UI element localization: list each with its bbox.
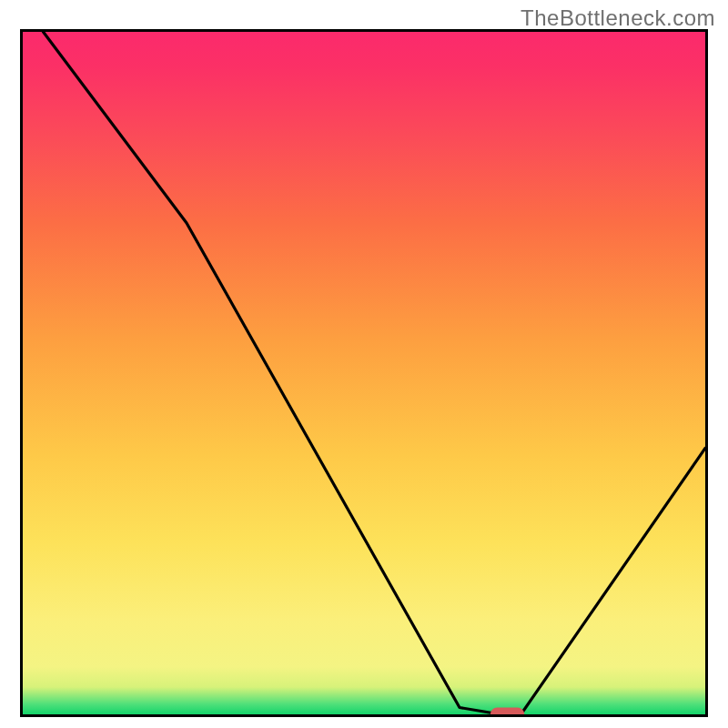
operating-point-marker xyxy=(490,708,525,715)
bottleneck-curve xyxy=(44,32,706,714)
watermark-text: TheBottleneck.com xyxy=(521,5,715,31)
plot-frame xyxy=(20,29,708,717)
plot-area xyxy=(20,29,708,717)
chart-svg xyxy=(23,32,705,714)
stage: TheBottleneck.com xyxy=(0,0,728,728)
